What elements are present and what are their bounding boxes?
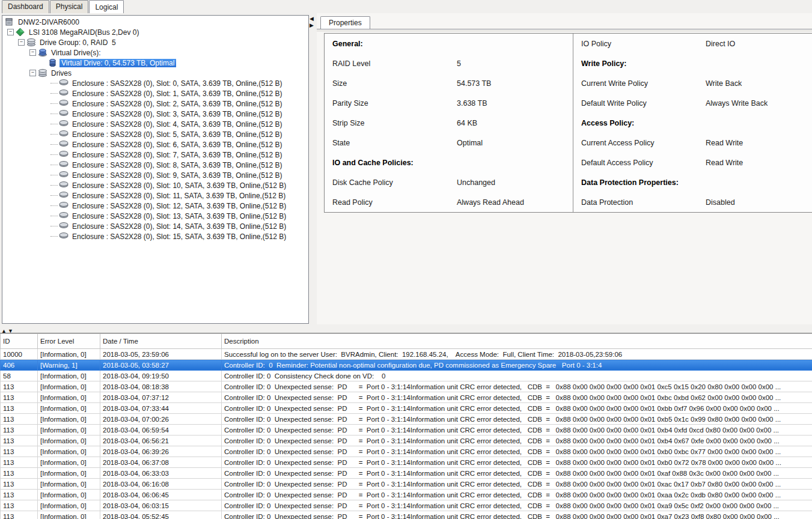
log-column-header[interactable]: Date / Time bbox=[100, 334, 222, 349]
log-cell-datetime: 2018-03-04, 05:52:45 bbox=[100, 511, 222, 519]
tree-item-label[interactable]: Drives bbox=[49, 69, 73, 77]
properties-column-right: IO PolicyDirect IOWrite Policy:Current W… bbox=[573, 34, 812, 212]
tree-item[interactable]: Enclosure : SAS2X28 (0), Slot: 8, SATA, … bbox=[2, 160, 308, 170]
log-row[interactable]: 113[Information, 0]2018-03-04, 07:00:26C… bbox=[1, 414, 812, 425]
tree-item[interactable]: DNW2-DIVAR6000 bbox=[2, 17, 308, 27]
log-row[interactable]: 10000[Information, 0]2018-03-05, 23:59:0… bbox=[1, 349, 812, 360]
tree-item[interactable]: Virtual Drive: 0, 54.573 TB, Optimal bbox=[2, 58, 308, 68]
log-cell-id: 113 bbox=[1, 446, 38, 457]
tree-item[interactable]: Enclosure : SAS2X28 (0), Slot: 11, SATA,… bbox=[2, 190, 308, 201]
property-section-row: General: bbox=[325, 34, 573, 53]
collapse-left-icon[interactable]: ◀ bbox=[310, 16, 317, 22]
event-log-panel: IDError LevelDate / TimeDescription 1000… bbox=[0, 333, 812, 519]
log-cell-error-level: [Information, 0] bbox=[38, 425, 100, 436]
log-row[interactable]: 113[Information, 0]2018-03-04, 06:03:15C… bbox=[1, 500, 812, 511]
tree-item[interactable]: Enclosure : SAS2X28 (0), Slot: 2, SATA, … bbox=[2, 99, 308, 109]
tree-item[interactable]: Enclosure : SAS2X28 (0), Slot: 12, SATA,… bbox=[2, 201, 308, 211]
collapse-right-icon[interactable]: ▶ bbox=[310, 22, 317, 29]
drive-icon bbox=[59, 211, 69, 220]
log-row[interactable]: 113[Information, 0]2018-03-04, 06:56:21C… bbox=[1, 436, 812, 446]
tree-item[interactable]: Enclosure : SAS2X28 (0), Slot: 9, SATA, … bbox=[2, 170, 308, 180]
tree-item-label[interactable]: Enclosure : SAS2X28 (0), Slot: 7, SATA, … bbox=[70, 151, 284, 159]
tree-item[interactable]: −LSI 3108 MegaRAID(Bus 2,Dev 0) bbox=[2, 27, 308, 37]
tree-item-label[interactable]: Enclosure : SAS2X28 (0), Slot: 8, SATA, … bbox=[70, 161, 284, 169]
log-row[interactable]: 113[Information, 0]2018-03-04, 06:59:54C… bbox=[1, 425, 812, 436]
log-cell-datetime: 2018-03-05, 23:59:06 bbox=[100, 349, 222, 360]
tree-item[interactable]: −Virtual Drive(s): bbox=[2, 47, 308, 58]
log-cell-description: Controller ID: 0 Unexpected sense: PD = … bbox=[222, 511, 812, 519]
tree-item-label[interactable]: Enclosure : SAS2X28 (0), Slot: 14, SATA,… bbox=[70, 222, 288, 231]
tab-physical[interactable]: Physical bbox=[50, 0, 89, 13]
property-label: Parity Size bbox=[332, 99, 457, 108]
tree-item[interactable]: −Drives bbox=[2, 68, 308, 78]
property-label: Current Access Policy bbox=[581, 139, 706, 147]
tree-item[interactable]: Enclosure : SAS2X28 (0), Slot: 13, SATA,… bbox=[2, 211, 308, 221]
tree-item-label[interactable]: Enclosure : SAS2X28 (0), Slot: 6, SATA, … bbox=[70, 141, 284, 149]
log-row[interactable]: 113[Information, 0]2018-03-04, 05:52:45C… bbox=[1, 511, 812, 519]
tree-item-label[interactable]: Drive Group: 0, RAID 5 bbox=[38, 38, 118, 47]
log-row[interactable]: 113[Information, 0]2018-03-04, 06:39:26C… bbox=[1, 446, 812, 457]
horizontal-splitter[interactable]: ▲▼ bbox=[0, 324, 812, 333]
tab-logical[interactable]: Logical bbox=[89, 0, 124, 14]
tree-item-label[interactable]: Enclosure : SAS2X28 (0), Slot: 0, SATA, … bbox=[70, 79, 284, 88]
log-row[interactable]: 113[Information, 0]2018-03-04, 06:16:08C… bbox=[1, 479, 812, 490]
log-row[interactable]: 406[Warning, 1]2018-03-05, 03:58:27Contr… bbox=[1, 360, 812, 371]
tree-item[interactable]: Enclosure : SAS2X28 (0), Slot: 6, SATA, … bbox=[2, 139, 308, 150]
tree-item-label[interactable]: Enclosure : SAS2X28 (0), Slot: 15, SATA,… bbox=[70, 232, 288, 241]
tree-item-label[interactable]: Enclosure : SAS2X28 (0), Slot: 5, SATA, … bbox=[70, 130, 284, 139]
property-row: IO PolicyDirect IO bbox=[573, 34, 812, 53]
property-section-header: Write Policy: bbox=[581, 59, 706, 68]
drive-icon bbox=[59, 79, 69, 88]
tree-expander-icon[interactable]: − bbox=[18, 39, 25, 46]
property-value: Disabled bbox=[706, 198, 735, 207]
tree-item[interactable]: −Drive Group: 0, RAID 5 bbox=[2, 37, 308, 47]
log-cell-datetime: 2018-03-04, 07:33:44 bbox=[100, 403, 222, 414]
tree-item-label[interactable]: Enclosure : SAS2X28 (0), Slot: 13, SATA,… bbox=[70, 212, 288, 220]
tree-item-label[interactable]: Enclosure : SAS2X28 (0), Slot: 4, SATA, … bbox=[70, 120, 284, 129]
tree-item-label[interactable]: Enclosure : SAS2X28 (0), Slot: 12, SATA,… bbox=[70, 202, 288, 210]
tree-item[interactable]: Enclosure : SAS2X28 (0), Slot: 0, SATA, … bbox=[2, 78, 308, 88]
tree-item-label[interactable]: Enclosure : SAS2X28 (0), Slot: 3, SATA, … bbox=[70, 110, 284, 118]
log-column-header[interactable]: Description bbox=[222, 334, 812, 349]
log-row[interactable]: 113[Information, 0]2018-03-04, 07:33:44C… bbox=[1, 403, 812, 414]
tree-item-label[interactable]: Enclosure : SAS2X28 (0), Slot: 1, SATA, … bbox=[70, 90, 284, 98]
tree-item[interactable]: Enclosure : SAS2X28 (0), Slot: 7, SATA, … bbox=[2, 150, 308, 160]
tree-item[interactable]: Enclosure : SAS2X28 (0), Slot: 4, SATA, … bbox=[2, 119, 308, 129]
virtual-drive-icon bbox=[48, 58, 58, 67]
log-row[interactable]: 113[Information, 0]2018-03-04, 06:37:08C… bbox=[1, 457, 812, 468]
tab-properties[interactable]: Properties bbox=[320, 16, 370, 29]
vertical-splitter[interactable]: ◀ ▶ bbox=[310, 16, 317, 29]
tree-item-label[interactable]: Enclosure : SAS2X28 (0), Slot: 10, SATA,… bbox=[70, 181, 288, 190]
log-row[interactable]: 113[Information, 0]2018-03-04, 06:33:03C… bbox=[1, 468, 812, 479]
tree-expander-icon[interactable]: − bbox=[29, 70, 36, 76]
log-cell-description: Controller ID: 0 Unexpected sense: PD = … bbox=[222, 468, 812, 479]
tree-item[interactable]: Enclosure : SAS2X28 (0), Slot: 14, SATA,… bbox=[2, 221, 308, 231]
tree-item-label[interactable]: Virtual Drive: 0, 54.573 TB, Optimal bbox=[60, 59, 176, 67]
tree-item-label[interactable]: Enclosure : SAS2X28 (0), Slot: 11, SATA,… bbox=[70, 192, 287, 200]
properties-panel: Properties General:RAID Level5Size54.573… bbox=[317, 13, 812, 324]
tree-expander-icon[interactable]: − bbox=[29, 49, 36, 56]
log-row[interactable]: 113[Information, 0]2018-03-04, 08:18:38C… bbox=[1, 381, 812, 392]
tree-item-label[interactable]: Virtual Drive(s): bbox=[49, 49, 102, 57]
tree-expander-icon[interactable]: − bbox=[7, 29, 14, 35]
tree-item-label[interactable]: DNW2-DIVAR6000 bbox=[16, 18, 81, 26]
log-column-header[interactable]: Error Level bbox=[38, 334, 100, 349]
tree-item[interactable]: Enclosure : SAS2X28 (0), Slot: 1, SATA, … bbox=[2, 88, 308, 99]
tab-dashboard[interactable]: Dashboard bbox=[2, 0, 49, 13]
tree-item-label[interactable]: Enclosure : SAS2X28 (0), Slot: 2, SATA, … bbox=[70, 100, 284, 108]
log-cell-id: 113 bbox=[1, 468, 38, 479]
tree-connector bbox=[50, 124, 58, 124]
tree-item[interactable]: Enclosure : SAS2X28 (0), Slot: 5, SATA, … bbox=[2, 129, 308, 139]
tree-item[interactable]: Enclosure : SAS2X28 (0), Slot: 3, SATA, … bbox=[2, 109, 308, 119]
tree-item[interactable]: Enclosure : SAS2X28 (0), Slot: 10, SATA,… bbox=[2, 180, 308, 190]
log-row[interactable]: 58[Information, 0]2018-03-04, 09:19:50Co… bbox=[1, 371, 812, 381]
tree-item[interactable]: Enclosure : SAS2X28 (0), Slot: 15, SATA,… bbox=[2, 231, 308, 241]
property-value: 3.638 TB bbox=[457, 99, 487, 108]
tree-item-label[interactable]: LSI 3108 MegaRAID(Bus 2,Dev 0) bbox=[27, 28, 141, 37]
log-row[interactable]: 113[Information, 0]2018-03-04, 06:06:45C… bbox=[1, 490, 812, 500]
log-row[interactable]: 113[Information, 0]2018-03-04, 07:37:12C… bbox=[1, 392, 812, 403]
tree-item-label[interactable]: Enclosure : SAS2X28 (0), Slot: 9, SATA, … bbox=[70, 171, 284, 180]
log-column-header[interactable]: ID bbox=[1, 334, 38, 349]
log-cell-error-level: [Information, 0] bbox=[38, 490, 100, 500]
property-section-header: IO and Cache Policies: bbox=[332, 159, 457, 167]
